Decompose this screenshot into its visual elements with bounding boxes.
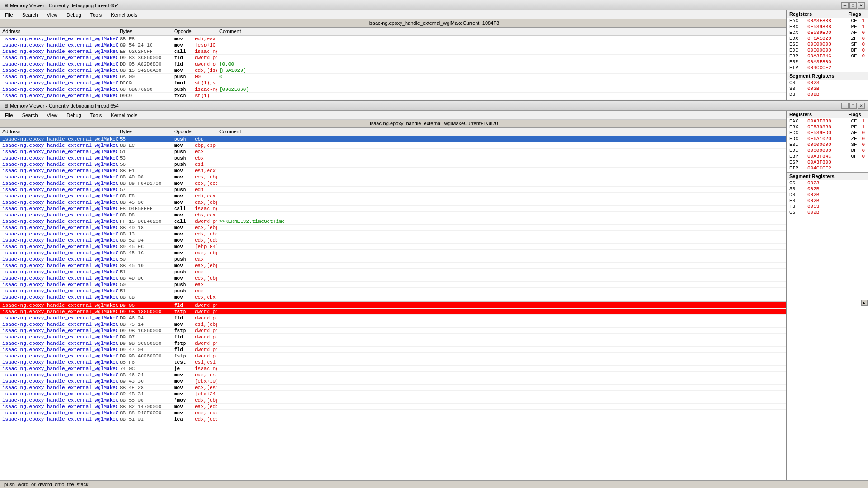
minimize-button-2[interactable]: ─ [841,103,849,109]
cell-opcode: movecx,[eax+00000E94] [172,410,217,416]
table-row[interactable]: isaac-ng.epoxy_handle_external_wglMakeCu… [0,282,868,288]
table-row[interactable]: isaac-ng.epoxy_handle_external_wglMakeCu… [0,74,868,80]
menu2-kernel-tools[interactable]: Kernel tools [108,112,140,118]
close-button[interactable]: ✕ [858,2,865,9]
reg-scroll-btn[interactable]: ▶ [861,300,868,306]
table-row[interactable]: isaac-ng.epoxy_handle_external_wglMakeCu… [0,391,868,397]
table-row[interactable]: isaac-ng.epoxy_handle_external_wglMakeCu… [0,206,868,212]
table-row[interactable]: isaac-ng.epoxy_handle_external_wglMakeCu… [0,294,868,300]
table-row[interactable]: isaac-ng.epoxy_handle_external_wglMakeCu… [0,80,868,86]
table-row[interactable]: isaac-ng.epoxy_handle_external_wglMakeCu… [0,269,868,275]
table-row[interactable]: isaac-ng.epoxy_handle_external_wglMakeCu… [0,410,868,416]
cell-address: isaac-ng.epoxy_handle_external_wglMakeCu… [0,359,118,365]
mnemonic: mov [174,378,192,384]
table-row[interactable]: isaac-ng.epoxy_handle_external_wglMakeCu… [0,36,868,42]
table-row[interactable]: isaac-ng.epoxy_handle_external_wglMakeCu… [0,187,868,193]
table-row[interactable]: isaac-ng.epoxy_handle_external_wglMakeCu… [0,218,868,225]
table-row[interactable]: isaac-ng.epoxy_handle_external_wglMakeCu… [0,86,868,93]
cell-bytes: 8B 82 14700000 [118,404,172,409]
flag-value: 1 [862,124,865,130]
table-row[interactable]: isaac-ng.epoxy_handle_external_wglMakeCu… [0,136,868,142]
table-row[interactable]: isaac-ng.epoxy_handle_external_wglMakeCu… [0,321,868,328]
table-row[interactable]: isaac-ng.epoxy_handle_external_wglMakeCu… [0,256,868,263]
table-row[interactable]: isaac-ng.epoxy_handle_external_wglMakeCu… [0,142,868,149]
table-row[interactable]: isaac-ng.epoxy_handle_external_wglMakeCu… [0,237,868,244]
cell-address: isaac-ng.epoxy_handle_external_wglMakeCu… [0,288,118,294]
table-row[interactable]: isaac-ng.epoxy_handle_external_wglMakeCu… [0,385,868,391]
table-row[interactable]: isaac-ng.epoxy_handle_external_wglMakeCu… [0,315,868,321]
reg-row: ECX0E539ED0AF0 [787,30,868,36]
operands: esi,[ebp+14] [195,321,217,327]
table-row[interactable]: isaac-ng.epoxy_handle_external_wglMakeCu… [0,334,868,340]
table-row[interactable]: isaac-ng.epoxy_handle_external_wglMakeCu… [0,61,868,67]
table-row[interactable]: isaac-ng.epoxy_handle_external_wglMakeCu… [0,378,868,385]
table-row[interactable]: isaac-ng.epoxy_handle_external_wglMakeCu… [0,372,868,378]
menu-search[interactable]: Search [19,12,41,18]
table-row[interactable]: isaac-ng.epoxy_handle_external_wglMakeCu… [0,328,868,334]
table-row[interactable]: isaac-ng.epoxy_handle_external_wglMakeCu… [0,48,868,55]
table-row[interactable]: isaac-ng.epoxy_handle_external_wglMakeCu… [0,309,868,315]
table-row[interactable]: isaac-ng.epoxy_handle_external_wglMakeCu… [0,263,868,269]
mnemonic: push [174,86,192,92]
table-row[interactable]: isaac-ng.epoxy_handle_external_wglMakeCu… [0,212,868,218]
table-row[interactable]: isaac-ng.epoxy_handle_external_wglMakeCu… [0,42,868,48]
menu2-debug[interactable]: Debug [64,112,84,118]
menu-file[interactable]: File [2,12,16,18]
menu2-tools[interactable]: Tools [88,112,105,118]
cell-bytes: E8 D4B5FFFF [118,206,172,211]
cell-comment [217,372,868,378]
table-row[interactable]: isaac-ng.epoxy_handle_external_wglMakeCu… [0,250,868,256]
window2-controls[interactable]: ─ □ ✕ [841,103,865,109]
cell-opcode: flddword ptr [ebx+0000063C] [172,55,217,61]
table-row[interactable]: isaac-ng.epoxy_handle_external_wglMakeCu… [0,55,868,61]
memory-icon: 🖥 [3,3,8,8]
table-row[interactable]: isaac-ng.epoxy_handle_external_wglMakeCu… [0,244,868,250]
table-row[interactable]: isaac-ng.epoxy_handle_external_wglMakeCu… [0,199,868,206]
table-row[interactable]: isaac-ng.epoxy_handle_external_wglMakeCu… [0,180,868,187]
seg-reg-name: SS [789,86,807,92]
table-row[interactable]: isaac-ng.epoxy_handle_external_wglMakeCu… [0,161,868,168]
table-row[interactable]: isaac-ng.epoxy_handle_external_wglMakeCu… [0,397,868,404]
mnemonic: mov [174,294,192,300]
close-button-2[interactable]: ✕ [858,103,865,109]
cell-opcode: push00 [172,74,217,80]
maximize-button-2[interactable]: □ [849,103,857,109]
reg-row: EBP00A3F84COF0 [787,154,868,160]
table-row[interactable]: isaac-ng.epoxy_handle_external_wglMakeCu… [0,288,868,294]
table-row[interactable]: isaac-ng.epoxy_handle_external_wglMakeCu… [0,340,868,347]
menu2-view[interactable]: View [44,112,61,118]
flag-value: 0 [862,42,865,47]
table-row[interactable]: isaac-ng.epoxy_handle_external_wglMakeCu… [0,366,868,372]
table-row[interactable]: isaac-ng.epoxy_handle_external_wglMakeCu… [0,416,868,422]
table-row[interactable]: isaac-ng.epoxy_handle_external_wglMakeCu… [0,359,868,366]
table-row[interactable]: isaac-ng.epoxy_handle_external_wglMakeCu… [0,302,868,309]
table-row[interactable]: isaac-ng.epoxy_handle_external_wglMakeCu… [0,149,868,155]
table-row[interactable]: isaac-ng.epoxy_handle_external_wglMakeCu… [0,174,868,180]
maximize-button[interactable]: □ [849,2,857,9]
cell-comment [217,302,868,308]
menu-view[interactable]: View [44,12,61,18]
table-row[interactable]: isaac-ng.epoxy_handle_external_wglMakeCu… [0,225,868,231]
table-row[interactable]: isaac-ng.epoxy_handle_external_wglMakeCu… [0,404,868,410]
table-row[interactable]: isaac-ng.epoxy_handle_external_wglMakeCu… [0,168,868,174]
cell-comment [217,36,868,42]
mnemonic: mov [174,237,192,243]
table-row[interactable]: isaac-ng.epoxy_handle_external_wglMakeCu… [0,347,868,353]
table-row[interactable]: isaac-ng.epoxy_handle_external_wglMakeCu… [0,67,868,74]
table-row[interactable]: isaac-ng.epoxy_handle_external_wglMakeCu… [0,231,868,237]
menu-debug[interactable]: Debug [64,12,84,18]
table-row[interactable]: isaac-ng.epoxy_handle_external_wglMakeCu… [0,193,868,199]
menu-kernel-tools[interactable]: Kernel tools [108,12,140,18]
table-row[interactable]: isaac-ng.epoxy_handle_external_wglMakeCu… [0,353,868,359]
window1-controls[interactable]: ─ □ ✕ [841,2,865,9]
table-row[interactable]: isaac-ng.epoxy_handle_external_wglMakeCu… [0,93,868,99]
table-row[interactable]: isaac-ng.epoxy_handle_external_wglMakeCu… [0,275,868,282]
menu2-file[interactable]: File [2,112,16,118]
minimize-button[interactable]: ─ [841,2,849,9]
table-row[interactable]: isaac-ng.epoxy_handle_external_wglMakeCu… [0,155,868,161]
menu-tools[interactable]: Tools [88,12,105,18]
cell-comment [217,93,868,99]
cell-bytes: 8B F8 [118,193,172,199]
flag-name: SF [851,142,860,148]
menu2-search[interactable]: Search [19,112,41,118]
